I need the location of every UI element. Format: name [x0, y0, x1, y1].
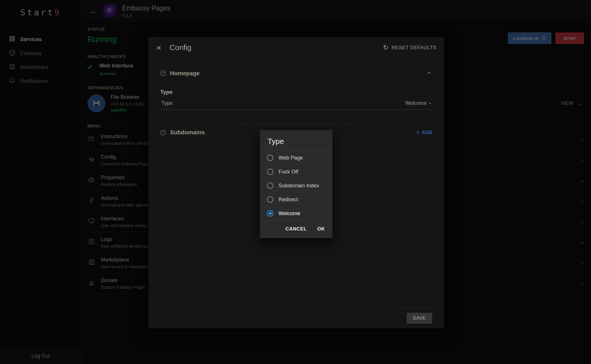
- radio-option-label: Fuck Off: [279, 169, 298, 175]
- radio-option-label: Welcome: [279, 211, 300, 217]
- ok-button[interactable]: OK: [317, 226, 325, 232]
- cancel-button[interactable]: CANCEL: [286, 226, 307, 232]
- radio-option-web-page[interactable]: Web Page: [260, 151, 332, 165]
- radio-icon[interactable]: [267, 155, 273, 161]
- radio-icon[interactable]: [267, 169, 273, 175]
- type-dialog-actions: CANCEL OK: [260, 220, 332, 238]
- radio-option-subdomain-index[interactable]: Subdomain Index: [260, 179, 332, 193]
- type-dialog: Type Web Page Fuck Off Subdomain Index R…: [260, 130, 332, 238]
- radio-option-fuck-off[interactable]: Fuck Off: [260, 165, 332, 179]
- radio-icon[interactable]: [267, 196, 273, 203]
- screen: Start9 Services Embassy Marketplace Noti…: [0, 0, 591, 364]
- radio-icon[interactable]: [267, 210, 273, 217]
- radio-option-label: Web Page: [279, 155, 303, 161]
- radio-option-label: Subdomain Index: [279, 183, 319, 189]
- radio-option-redirect[interactable]: Redirect: [260, 193, 332, 206]
- type-options-list: Web Page Fuck Off Subdomain Index Redire…: [260, 151, 332, 220]
- radio-icon[interactable]: [267, 182, 273, 189]
- radio-option-label: Redirect: [279, 197, 298, 203]
- type-dialog-title: Type: [260, 130, 332, 151]
- radio-option-welcome[interactable]: Welcome: [260, 206, 332, 220]
